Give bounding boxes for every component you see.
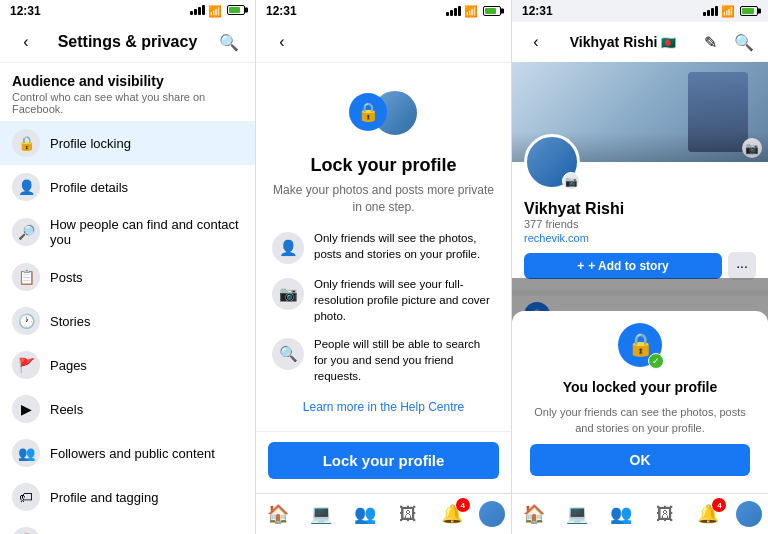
search-button-1[interactable]: 🔍	[215, 28, 243, 56]
back-button-3[interactable]: ‹	[522, 28, 550, 56]
status-icons-1: 📶	[190, 5, 245, 18]
panel3-header: ‹ Vikhyat Rishi 🇧🇩 ✎ 🔍	[512, 22, 768, 62]
back-button-2[interactable]: ‹	[268, 28, 296, 56]
bottom-nav-3: 🏠 💻 👥 🖼 🔔 4	[512, 493, 768, 534]
back-button-1[interactable]: ‹	[12, 28, 40, 56]
menu-label-profile-details: Profile details	[50, 180, 128, 195]
lock-content: 🔒 Lock your profile Make your photos and…	[256, 63, 511, 431]
nav-watch-3[interactable]: 💻	[561, 500, 593, 528]
nav-watch-2[interactable]: 💻	[305, 500, 337, 528]
profile-panel: 12:31 📶 ‹ Vikhyat Rishi 🇧🇩 ✎ 🔍	[512, 0, 768, 534]
panel2-header: ‹	[256, 22, 511, 63]
time-1: 12:31	[10, 4, 41, 18]
stories-icon: 🕐	[12, 307, 40, 335]
menu-item-pages[interactable]: 🚩 Pages	[0, 343, 255, 387]
avatar-wrapper: 📷	[524, 134, 580, 190]
avatar-camera-icon[interactable]: 📷	[562, 172, 580, 190]
feature-text-1: Only friends will see the photos, posts …	[314, 230, 495, 262]
lock-title: Lock your profile	[310, 155, 456, 176]
battery-icon-2	[483, 6, 501, 16]
bottom-nav-2: 🏠 💻 👥 🖼 🔔 4	[256, 493, 511, 534]
profile-website: rechevik.com	[524, 232, 756, 244]
pages-icon: 🚩	[12, 351, 40, 379]
flag-icon: 🇧🇩	[661, 36, 676, 50]
audience-section: Audience and visibility Control who can …	[0, 63, 255, 121]
search-button-3[interactable]: 🔍	[730, 28, 758, 56]
signal-icon	[190, 5, 205, 17]
lock-profile-button[interactable]: Lock your profile	[268, 442, 499, 479]
menu-item-posts[interactable]: 📋 Posts	[0, 255, 255, 299]
wifi-icon-3: 📶	[721, 5, 735, 18]
reels-icon: ▶	[12, 395, 40, 423]
menu-item-stories[interactable]: 🕐 Stories	[0, 299, 255, 343]
feature-icon-1: 👤	[272, 232, 304, 264]
nav-marketplace-2[interactable]: 🖼	[392, 500, 424, 528]
status-bar-1: 12:31 📶	[0, 0, 255, 22]
modal-description: Only your friends can see the photos, po…	[530, 405, 750, 436]
tagging-icon: 🏷	[12, 483, 40, 511]
cover-camera-icon[interactable]: 📷	[742, 138, 762, 158]
nav-notifications-2[interactable]: 🔔 4	[436, 500, 468, 528]
menu-item-profile-locking[interactable]: 🔒 Profile locking	[0, 121, 255, 165]
blocking-icon: 🚫	[12, 527, 40, 534]
nav-avatar-3[interactable]	[736, 501, 762, 527]
modal-overlay: 🔒 ✓ You locked your profile Only your fr…	[512, 278, 768, 496]
menu-item-profile-tagging[interactable]: 🏷 Profile and tagging	[0, 475, 255, 519]
add-story-row: + + Add to story ···	[524, 252, 756, 280]
audience-title: Audience and visibility	[0, 63, 255, 91]
menu-label-followers: Followers and public content	[50, 446, 215, 461]
plus-icon: +	[577, 259, 584, 273]
menu-item-followers[interactable]: 👥 Followers and public content	[0, 431, 255, 475]
nav-friends-3[interactable]: 👥	[605, 500, 637, 528]
status-icons-3: 📶	[703, 5, 758, 18]
profile-section: 📷 Vikhyat Rishi 377 friends rechevik.com…	[512, 162, 768, 290]
more-options-button[interactable]: ···	[728, 252, 756, 280]
modal-body: Only your friends can see the photos, po…	[522, 399, 758, 486]
wifi-icon-2: 📶	[464, 5, 478, 18]
lock-icon-group: 🔒	[349, 83, 419, 143]
add-story-button[interactable]: + + Add to story	[524, 253, 722, 279]
wifi-icon: 📶	[208, 5, 222, 18]
find-contact-icon: 🔎	[12, 218, 40, 246]
status-icons-2: 📶	[446, 5, 501, 18]
menu-label-pages: Pages	[50, 358, 87, 373]
menu-list: 🔒 Profile locking 👤 Profile details 🔎 Ho…	[0, 121, 255, 534]
followers-icon: 👥	[12, 439, 40, 467]
menu-label-profile-locking: Profile locking	[50, 136, 131, 151]
nav-avatar-2[interactable]	[479, 501, 505, 527]
modal-ok-button[interactable]: OK	[530, 444, 750, 476]
nav-notifications-3[interactable]: 🔔 4	[692, 500, 724, 528]
nav-home-3[interactable]: 🏠	[518, 500, 550, 528]
menu-label-stories: Stories	[50, 314, 90, 329]
feature-item-3: 🔍 People will still be able to search fo…	[272, 336, 495, 384]
lock-subtitle: Make your photos and posts more private …	[272, 182, 495, 216]
nav-home-2[interactable]: 🏠	[262, 500, 294, 528]
feature-text-2: Only friends will see your full-resoluti…	[314, 276, 495, 324]
menu-item-find-contact[interactable]: 🔎 How people can find and contact you	[0, 209, 255, 255]
edit-profile-button[interactable]: ✎	[696, 28, 724, 56]
learn-more-link[interactable]: Learn more in the Help Centre	[303, 400, 464, 414]
panel1-header: ‹ Settings & privacy 🔍	[0, 22, 255, 63]
feature-icon-2: 📷	[272, 278, 304, 310]
profile-followers: 377 friends	[524, 218, 756, 230]
menu-item-blocking[interactable]: 🚫 Blocking	[0, 519, 255, 534]
profile-name: Vikhyat Rishi	[524, 200, 756, 218]
modal-card: 🔒 ✓ You locked your profile Only your fr…	[512, 311, 768, 496]
menu-label-find-contact: How people can find and contact you	[50, 217, 243, 247]
profile-header-name: Vikhyat Rishi 🇧🇩	[570, 34, 677, 50]
signal-icon-2	[446, 6, 461, 16]
nav-friends-2[interactable]: 👥	[349, 500, 381, 528]
time-3: 12:31	[522, 4, 553, 18]
menu-item-reels[interactable]: ▶ Reels	[0, 387, 255, 431]
feature-text-3: People will still be able to search for …	[314, 336, 495, 384]
status-bar-3: 12:31 📶	[512, 0, 768, 22]
feature-item-2: 📷 Only friends will see your full-resolu…	[272, 276, 495, 324]
lock-profile-panel: 12:31 📶 ‹ 🔒 Lock your profile Make your …	[256, 0, 512, 534]
notification-badge-3: 4	[712, 498, 726, 512]
menu-item-profile-details[interactable]: 👤 Profile details	[0, 165, 255, 209]
shield-circle: 🔒	[349, 93, 387, 131]
lock-btn-container: Lock your profile	[256, 431, 511, 493]
panel1-title: Settings & privacy	[58, 33, 198, 51]
feature-icon-3: 🔍	[272, 338, 304, 370]
nav-marketplace-3[interactable]: 🖼	[649, 500, 681, 528]
